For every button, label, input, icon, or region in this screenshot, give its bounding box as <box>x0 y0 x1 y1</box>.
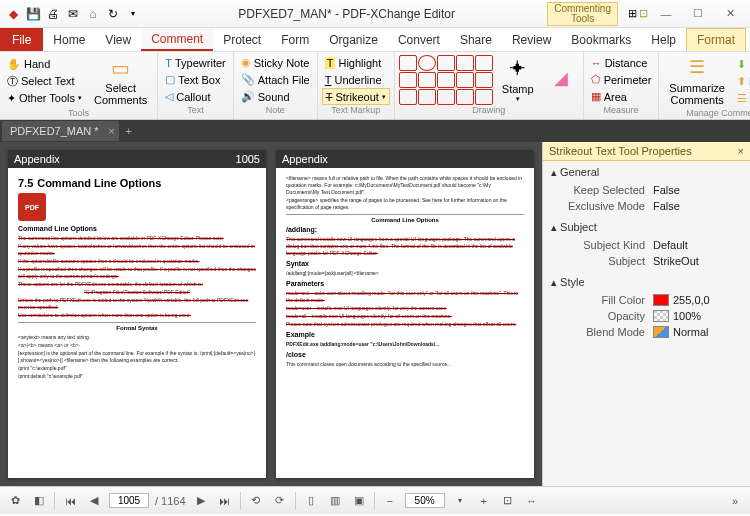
maximize-button[interactable]: ☐ <box>682 4 714 24</box>
distance-icon: ↔ <box>591 57 602 69</box>
callout-tool[interactable]: ◁Callout <box>162 88 228 105</box>
document-tab[interactable]: PDFXED7_MAN *× <box>2 121 119 141</box>
file-tab[interactable]: File <box>0 28 43 51</box>
subject-value[interactable]: StrikeOut <box>653 255 742 267</box>
next-page-button[interactable]: ▶ <box>192 492 210 510</box>
tab-home[interactable]: Home <box>43 28 95 51</box>
show-comments[interactable]: ☰Show▾ <box>734 90 750 107</box>
eraser-tool[interactable]: ◢ <box>543 65 579 95</box>
summarize-comments[interactable]: ☰Summarize Comments <box>663 54 731 108</box>
document-view[interactable]: Appendix1005 7.5 Command Line Options PD… <box>0 142 542 486</box>
typewriter-tool[interactable]: TTypewriter <box>162 54 228 71</box>
stamp-icon: 🟄 <box>506 57 530 81</box>
expand-icon[interactable]: » <box>726 492 744 510</box>
select-comments-tool[interactable]: ▭Select Comments <box>88 54 153 108</box>
print-icon[interactable]: 🖨 <box>44 5 62 23</box>
fit-page-icon[interactable]: ⊡ <box>499 492 517 510</box>
section-general[interactable]: ▴ General <box>543 163 750 182</box>
close-panel-icon[interactable]: × <box>738 145 744 157</box>
section-subject[interactable]: ▴ Subject <box>543 218 750 237</box>
textbox-tool[interactable]: ▢Text Box <box>162 71 228 88</box>
panel-toggle-icon[interactable]: ◧ <box>30 492 48 510</box>
sound-icon: 🔊 <box>241 90 255 103</box>
new-tab-button[interactable]: + <box>119 121 139 141</box>
tab-format[interactable]: Format <box>686 28 746 51</box>
tab-comment[interactable]: Comment <box>141 28 213 51</box>
close-tab-icon[interactable]: × <box>108 125 114 137</box>
select-text-tool[interactable]: ⓉSelect Text <box>4 73 85 90</box>
sticky-note-tool[interactable]: ◉Sticky Note <box>238 54 313 71</box>
zoom-in-button[interactable]: + <box>475 492 493 510</box>
last-page-button[interactable]: ⏭ <box>216 492 234 510</box>
options-icon[interactable]: ✿ <box>6 492 24 510</box>
layout-facing-icon[interactable]: ▣ <box>350 492 368 510</box>
zoom-input[interactable] <box>405 493 445 508</box>
group-tools: ✋Hand ⓉSelect Text ✦Other Tools▾ ▭Select… <box>0 52 158 119</box>
qat-logo[interactable]: ◆ <box>4 5 22 23</box>
tab-help[interactable]: Help <box>641 28 686 51</box>
tab-form[interactable]: Form <box>271 28 319 51</box>
opacity-value[interactable]: 100% <box>653 310 742 322</box>
blend-mode-value[interactable]: Normal <box>653 326 742 338</box>
layout-single-icon[interactable]: ▯ <box>302 492 320 510</box>
hand-tool[interactable]: ✋Hand <box>4 56 85 73</box>
qat-dropdown-icon[interactable]: ▾ <box>124 5 142 23</box>
prev-page-button[interactable]: ◀ <box>85 492 103 510</box>
save-icon[interactable]: 💾 <box>24 5 42 23</box>
blend-swatch <box>653 326 669 338</box>
keep-selected-value[interactable]: False <box>653 184 742 196</box>
subject-kind-value[interactable]: Default <box>653 239 742 251</box>
layout-continuous-icon[interactable]: ▥ <box>326 492 344 510</box>
tab-share[interactable]: Share <box>450 28 502 51</box>
zoom-out-button[interactable]: − <box>381 492 399 510</box>
highlight-tool[interactable]: THighlight <box>322 54 390 71</box>
close-button[interactable]: ✕ <box>714 4 746 24</box>
ribbon-tabs: File Home View Comment Protect Form Orga… <box>0 28 750 52</box>
nav-forward-button[interactable]: ⟳ <box>271 492 289 510</box>
tab-convert[interactable]: Convert <box>388 28 450 51</box>
export-comments[interactable]: ⬆Export <box>734 73 750 90</box>
fill-color-value[interactable]: 255,0,0 <box>653 294 742 306</box>
underline-tool[interactable]: TUnderline <box>322 71 390 88</box>
sound-tool[interactable]: 🔊Sound <box>238 88 313 105</box>
textbox-icon: ▢ <box>165 73 175 86</box>
group-note: ◉Sticky Note 📎Attach File 🔊Sound Note <box>234 52 318 119</box>
distance-tool[interactable]: ↔Distance <box>588 54 655 71</box>
first-page-button[interactable]: ⏮ <box>61 492 79 510</box>
perimeter-tool[interactable]: ⬠Perimeter <box>588 71 655 88</box>
area-icon: ▦ <box>591 90 601 103</box>
other-tools[interactable]: ✦Other Tools▾ <box>4 90 85 107</box>
area-tool[interactable]: ▦Area <box>588 88 655 105</box>
exclusive-mode-value[interactable]: False <box>653 200 742 212</box>
group-text: TTypewriter ▢Text Box ◁Callout Text <box>158 52 233 119</box>
window-title: PDFXED7_MAN* - PDF-XChange Editor <box>146 7 547 21</box>
tab-protect[interactable]: Protect <box>213 28 271 51</box>
shape-gallery[interactable] <box>399 55 493 105</box>
tab-review[interactable]: Review <box>502 28 561 51</box>
tab-bookmarks[interactable]: Bookmarks <box>561 28 641 51</box>
group-drawing: 🟄Stamp▾ ◢ Drawing <box>395 52 584 119</box>
minimize-button[interactable]: — <box>650 4 682 24</box>
fit-width-icon[interactable]: ↔ <box>523 492 541 510</box>
find-button[interactable]: 🔍Find... <box>746 31 750 48</box>
stamp-tool[interactable]: 🟄Stamp▾ <box>496 55 540 105</box>
section-style[interactable]: ▴ Style <box>543 273 750 292</box>
import-icon: ⬇ <box>737 58 746 71</box>
ui-options-icon[interactable]: ⊞ <box>628 7 637 20</box>
redo-icon[interactable]: ↻ <box>104 5 122 23</box>
nav-back-button[interactable]: ⟲ <box>247 492 265 510</box>
attach-file-tool[interactable]: 📎Attach File <box>238 71 313 88</box>
scan-icon[interactable]: ⌂ <box>84 5 102 23</box>
strikeout-tool[interactable]: TStrikeout▾ <box>322 88 390 105</box>
zoom-dropdown-icon[interactable]: ▾ <box>451 492 469 510</box>
statusbar: ✿ ◧ ⏮ ◀ / 1164 ▶ ⏭ ⟲ ⟳ ▯ ▥ ▣ − ▾ + ⊡ ↔ » <box>0 486 750 514</box>
tab-view[interactable]: View <box>95 28 141 51</box>
tab-organize[interactable]: Organize <box>319 28 388 51</box>
page-number-input[interactable] <box>109 493 149 508</box>
import-comments[interactable]: ⬇Import <box>734 56 750 73</box>
launch-app-icon[interactable]: ⊡ <box>639 7 648 20</box>
export-icon: ⬆ <box>737 75 746 88</box>
mail-icon[interactable]: ✉ <box>64 5 82 23</box>
text-cursor-icon: Ⓣ <box>7 74 18 89</box>
highlight-icon: T <box>325 57 336 69</box>
